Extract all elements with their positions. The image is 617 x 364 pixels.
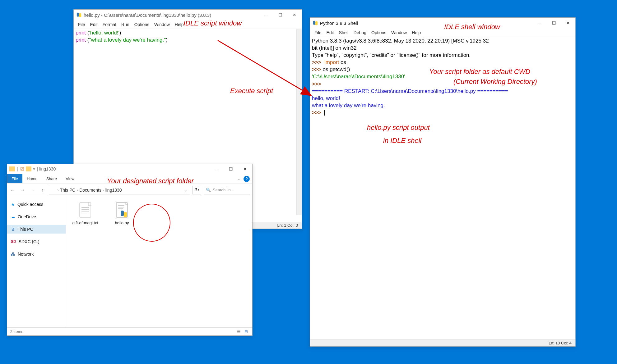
file-name: gift-of-magi.txt	[71, 221, 99, 225]
svg-rect-13	[121, 211, 124, 216]
icons-view-button[interactable]: ⊞	[243, 329, 249, 334]
star-icon: ★	[11, 202, 15, 207]
chevron-down-icon[interactable]: ⌄	[234, 176, 244, 181]
menu-options[interactable]: Options	[369, 30, 389, 35]
tab-file[interactable]: File	[7, 174, 22, 183]
sd-icon: SD	[11, 239, 16, 244]
menu-file[interactable]: File	[76, 22, 88, 27]
sidebar-item-quickaccess[interactable]: ★ Quick access	[7, 200, 66, 209]
folder-icon	[26, 166, 31, 171]
maximize-button[interactable]: ☐	[224, 164, 238, 174]
menu-debug[interactable]: Debug	[351, 30, 369, 35]
annotation-shell-window: IDLE shell window	[444, 23, 500, 31]
shell-menubar: File Edit Shell Debug Options Window Hel…	[310, 28, 575, 37]
annotation-output2: in IDLE shell	[383, 137, 422, 145]
folder-icon	[9, 166, 15, 171]
menu-edit[interactable]: Edit	[88, 22, 100, 27]
explorer-titlebar[interactable]: | ☑ ▾ | ling1330 ─ ☐ ✕	[7, 164, 252, 174]
script-title: hello.py - C:\Users\narae\Documents\ling…	[84, 12, 259, 18]
minimize-button[interactable]: ─	[532, 18, 547, 28]
forward-button[interactable]: →	[19, 187, 26, 193]
python-icon	[313, 20, 318, 26]
refresh-button[interactable]: ↻	[193, 186, 201, 194]
file-item[interactable]: hello.py	[108, 201, 136, 225]
menu-edit[interactable]: Edit	[324, 30, 336, 35]
details-view-button[interactable]: ☰	[236, 329, 242, 334]
sidebar-item-onedrive[interactable]: ☁ OneDrive	[7, 212, 66, 221]
menu-file[interactable]: File	[312, 30, 324, 35]
annotation-circle	[133, 204, 170, 242]
minimize-button[interactable]: ─	[259, 10, 273, 20]
tab-home[interactable]: Home	[22, 174, 42, 183]
file-item[interactable]: gift-of-magi.txt	[71, 201, 99, 225]
cloud-icon: ☁	[11, 214, 15, 219]
explorer-sidebar: ★ Quick access ☁ OneDrive 🖥 This PC SD S…	[7, 196, 66, 327]
annotation-cwd1: Your script folder as default CWD	[429, 68, 530, 76]
close-button[interactable]: ✕	[561, 18, 575, 28]
svg-rect-4	[80, 202, 91, 217]
svg-rect-1	[79, 13, 81, 17]
close-button[interactable]: ✕	[287, 10, 302, 20]
up-button[interactable]: ↑	[39, 187, 46, 193]
breadcrumb-item[interactable]: ling1330	[105, 188, 122, 193]
python-icon	[76, 12, 82, 18]
folder-icon	[51, 188, 56, 192]
explorer-window: | ☑ ▾ | ling1330 ─ ☐ ✕ File Home Share V…	[7, 164, 253, 336]
breadcrumb-item[interactable]: This PC	[60, 188, 76, 193]
maximize-button[interactable]: ☐	[547, 18, 561, 28]
shell-statusbar: Ln: 10 Col: 4	[310, 339, 575, 346]
cursor-position: Ln: 10 Col: 4	[549, 341, 572, 345]
menu-run[interactable]: Run	[119, 22, 132, 27]
breadcrumb-item[interactable]: Documents	[79, 188, 101, 193]
back-button[interactable]: ←	[9, 187, 16, 193]
annotation-arrow	[218, 40, 317, 102]
svg-rect-14	[124, 212, 127, 217]
shell-titlebar[interactable]: Python 3.8.3 Shell ─ ☐ ✕	[310, 18, 575, 28]
explorer-statusbar: 2 items ☰ ⊞	[7, 327, 252, 335]
network-icon: 🖧	[11, 252, 15, 257]
search-input[interactable]: 🔍 Search lin...	[204, 186, 250, 194]
menu-shell[interactable]: Shell	[336, 30, 351, 35]
menu-window[interactable]: Window	[152, 22, 172, 27]
svg-line-15	[218, 40, 310, 95]
recent-button[interactable]: ⌄	[29, 188, 36, 192]
chevron-down-icon[interactable]: ⌄	[184, 188, 188, 193]
menu-format[interactable]: Format	[100, 22, 119, 27]
svg-rect-0	[77, 13, 79, 17]
sidebar-item-sdxc[interactable]: SD SDXC (G:)	[7, 237, 66, 246]
help-icon[interactable]: ?	[244, 176, 250, 182]
annotation-cwd2: (Current Working Directory)	[453, 78, 537, 86]
shell-title: Python 3.8.3 Shell	[320, 20, 532, 26]
idle-shell-window: Python 3.8.3 Shell ─ ☐ ✕ File Edit Shell…	[310, 17, 576, 347]
svg-rect-2	[313, 21, 315, 25]
tab-share[interactable]: Share	[42, 174, 62, 183]
search-placeholder: Search lin...	[213, 188, 234, 192]
close-button[interactable]: ✕	[238, 164, 252, 174]
txt-file-icon	[77, 201, 94, 219]
annotation-output1: hello.py script output	[367, 124, 430, 132]
item-count: 2 items	[10, 329, 23, 334]
maximize-button[interactable]: ☐	[273, 10, 287, 20]
file-name: hello.py	[108, 221, 136, 225]
sidebar-item-network[interactable]: 🖧 Network	[7, 250, 66, 258]
explorer-folder-name: ling1330	[39, 166, 56, 171]
sidebar-item-thispc[interactable]: 🖥 This PC	[7, 225, 66, 234]
explorer-nav: ← → ⌄ ↑ › This PC › Documents › ling1330…	[7, 184, 252, 196]
cursor-position: Ln: 1 Col: 0	[277, 223, 298, 228]
tab-view[interactable]: View	[61, 174, 79, 183]
python-file-icon	[113, 201, 131, 219]
script-titlebar[interactable]: hello.py - C:\Users\narae\Documents\ling…	[74, 10, 302, 20]
menu-help[interactable]: Help	[409, 30, 423, 35]
annotation-folder: Your designated script folder	[107, 177, 194, 185]
address-bar[interactable]: › This PC › Documents › ling1330 ⌄	[49, 186, 190, 194]
menu-window[interactable]: Window	[389, 30, 409, 35]
svg-rect-3	[315, 21, 318, 25]
minimize-button[interactable]: ─	[209, 164, 224, 174]
search-icon: 🔍	[206, 188, 211, 192]
annotation-script-window: IDLE script window	[183, 19, 242, 27]
menu-options[interactable]: Options	[132, 22, 152, 27]
pc-icon: 🖥	[11, 227, 15, 232]
